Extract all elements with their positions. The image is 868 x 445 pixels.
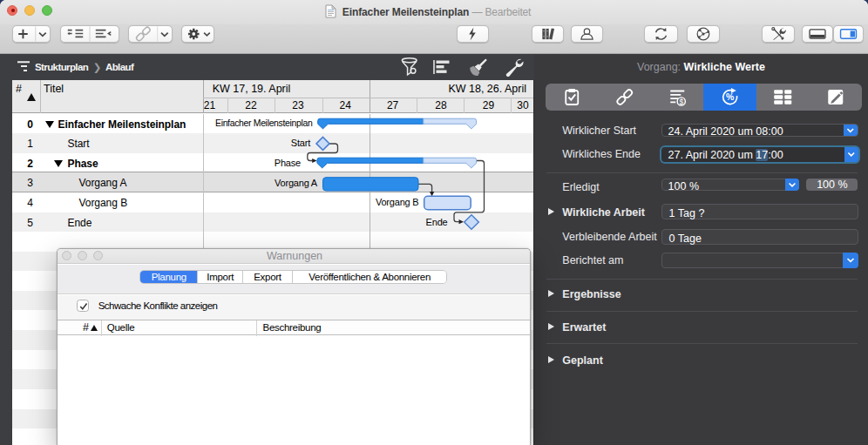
svg-text:$: $ <box>679 98 683 106</box>
svg-text:%: % <box>726 91 735 102</box>
